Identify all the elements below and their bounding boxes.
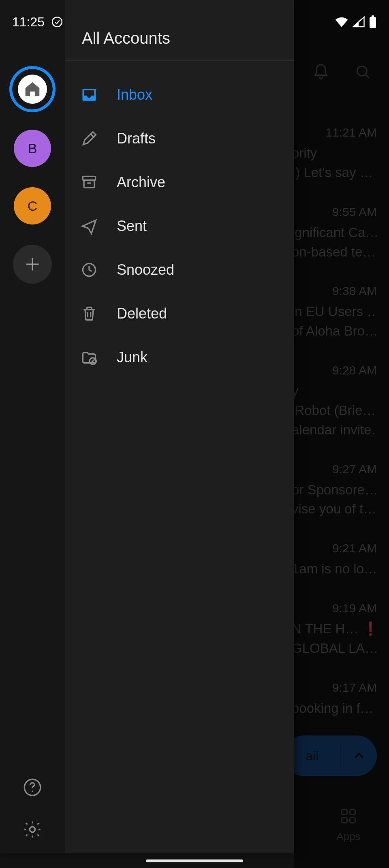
folder-label: Snoozed [117, 261, 174, 278]
avatar-letter: C [28, 198, 38, 214]
signal-icon [353, 16, 365, 28]
junk-icon [79, 348, 99, 367]
status-time: 11:25 [12, 15, 45, 30]
folder-list: InboxDraftsArchiveSentSnoozedDeletedJunk [65, 61, 294, 379]
check-circle-icon [51, 16, 63, 28]
avatar-letter: B [28, 141, 37, 156]
folder-label: Inbox [117, 86, 152, 103]
deleted-icon [79, 304, 99, 323]
svg-rect-20 [372, 15, 374, 17]
folders-panel: All Accounts InboxDraftsArchiveSentSnooz… [65, 0, 294, 853]
status-bar: 11:25 [0, 0, 389, 44]
folder-item-deleted[interactable]: Deleted [65, 292, 294, 336]
folder-item-archive[interactable]: Archive [65, 160, 294, 204]
home-indicator[interactable] [146, 859, 243, 862]
settings-icon[interactable] [22, 819, 43, 841]
svg-point-10 [30, 827, 35, 832]
inbox-icon [79, 85, 99, 105]
archive-icon [79, 173, 99, 192]
folder-item-junk[interactable]: Junk [65, 336, 294, 379]
svg-rect-19 [370, 17, 376, 28]
folder-label: Archive [117, 174, 165, 191]
folder-item-inbox[interactable]: Inbox [65, 73, 294, 117]
svg-rect-11 [83, 176, 95, 180]
drafts-icon [79, 129, 99, 148]
help-icon[interactable] [22, 777, 43, 799]
sent-icon [79, 216, 99, 236]
folder-label: Junk [117, 349, 147, 366]
drawer-dim-overlay[interactable] [294, 0, 389, 868]
all-accounts-avatar[interactable] [12, 69, 53, 109]
battery-icon [369, 15, 377, 28]
snoozed-icon [79, 260, 99, 280]
navigation-drawer: B C All Accounts [0, 0, 294, 853]
folder-item-drafts[interactable]: Drafts [65, 117, 294, 160]
wifi-icon [335, 16, 348, 28]
folder-item-snoozed[interactable]: Snoozed [65, 248, 294, 292]
svg-point-9 [32, 791, 33, 792]
account-avatar-c[interactable]: C [14, 187, 51, 224]
folder-label: Drafts [117, 130, 156, 147]
svg-point-18 [52, 17, 62, 27]
folder-label: Deleted [117, 305, 167, 322]
folder-item-sent[interactable]: Sent [65, 204, 294, 248]
account-avatar-b[interactable]: B [14, 130, 51, 167]
folder-label: Sent [117, 218, 147, 235]
account-rail: B C [0, 0, 65, 853]
add-account-button[interactable] [13, 245, 52, 284]
